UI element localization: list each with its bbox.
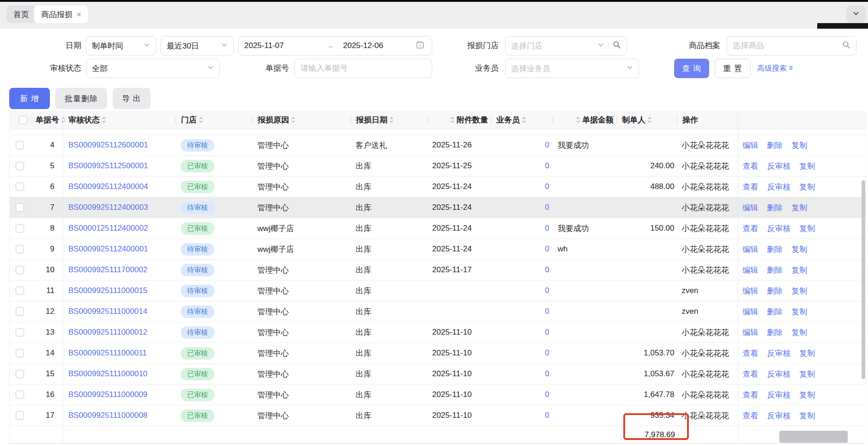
row-action-link[interactable]: 查看 [742,349,758,358]
row-checkbox[interactable] [16,245,24,253]
attachments-count-link[interactable]: 0 [545,411,549,420]
attachments-count-link[interactable]: 0 [545,265,549,274]
row-action-link[interactable]: 删除 [767,307,783,316]
row-action-link[interactable]: 删除 [767,141,783,150]
batch-delete-button[interactable]: 批量删除 [55,88,107,109]
advanced-search-link[interactable]: 高级搜索 [757,59,794,78]
row-action-link[interactable]: 删除 [767,266,783,275]
audit-status-select[interactable]: 全部 [86,59,220,78]
row-checkbox[interactable] [16,141,24,149]
order-number-link[interactable]: BS0009925111000009 [68,390,147,399]
row-action-link[interactable]: 查看 [742,370,758,379]
row-action-link[interactable]: 编辑 [742,307,758,316]
row-action-link[interactable]: 复制 [791,141,807,150]
row-action-link[interactable]: 查看 [742,411,758,420]
row-checkbox[interactable] [16,391,24,399]
product-input[interactable] [733,41,842,50]
attachments-count-link[interactable]: 0 [545,348,549,357]
date-preset-select[interactable]: 最近30日 [161,36,234,55]
row-action-link[interactable]: 反审核 [767,349,790,358]
row-action-link[interactable]: 复制 [799,370,815,379]
tab-home[interactable]: 首页 [6,6,36,23]
row-checkbox[interactable] [16,183,24,191]
attachments-count-link[interactable]: 0 [545,182,549,191]
order-no-input[interactable] [301,64,426,73]
row-checkbox[interactable] [16,411,24,420]
row-checkbox[interactable] [16,370,24,378]
row-action-link[interactable]: 删除 [767,328,783,337]
row-action-link[interactable]: 反审核 [767,162,790,171]
row-action-link[interactable]: 复制 [799,183,815,191]
row-action-link[interactable]: 复制 [791,203,807,212]
row-action-link[interactable]: 复制 [791,266,807,275]
row-action-link[interactable]: 删除 [767,287,783,295]
row-action-link[interactable]: 删除 [767,245,783,254]
start-date-value[interactable]: 2025-11-07 [244,41,317,50]
vertical-scrollbar-thumb[interactable] [862,180,865,379]
row-action-link[interactable]: 编辑 [742,266,758,275]
col-header-salesman[interactable]: 业务员 [491,111,553,129]
row-checkbox[interactable] [16,224,24,232]
row-action-link[interactable]: 查看 [742,224,758,233]
col-header-store[interactable]: 门店 [175,111,252,129]
row-action-link[interactable]: 查看 [742,183,758,191]
attachments-count-link[interactable]: 0 [545,224,549,232]
salesman-select[interactable]: 选择业务员 [505,59,639,78]
col-header-date[interactable]: 报损日期 [350,111,427,129]
order-number-link[interactable]: BS0009925112400004 [68,182,148,191]
row-action-link[interactable]: 复制 [799,349,815,358]
date-type-select[interactable]: 制单时间 [86,36,156,55]
row-action-link[interactable]: 复制 [791,287,807,295]
search-button[interactable]: 查 询 [674,59,709,78]
attachments-count-link[interactable]: 0 [545,141,549,149]
search-icon[interactable] [842,41,850,51]
add-button[interactable]: 新 增 [9,88,50,109]
row-action-link[interactable]: 删除 [767,203,783,212]
col-header-creator[interactable]: 制单人 [616,111,677,129]
attachments-count-link[interactable]: 0 [545,244,549,253]
row-action-link[interactable]: 编辑 [742,245,758,254]
search-icon[interactable] [613,41,621,51]
row-action-link[interactable]: 复制 [791,307,807,316]
attachments-count-link[interactable]: 0 [545,369,549,378]
row-action-link[interactable]: 反审核 [767,370,790,379]
row-checkbox[interactable] [16,203,24,212]
order-number-link[interactable]: BS0000125112400002 [68,224,148,232]
attachments-count-link[interactable]: 0 [545,328,549,336]
row-action-link[interactable]: 编辑 [742,141,758,150]
tab-product-loss[interactable]: 商品报损 × [34,6,88,23]
order-number-link[interactable]: BS0009925112600001 [68,141,148,149]
select-all-checkbox[interactable] [19,116,27,124]
order-number-link[interactable]: BS0009925111000011 [68,348,147,357]
date-range-picker[interactable]: 2025-11-07 → 2025-12-06 [238,36,432,55]
row-checkbox[interactable] [16,287,24,295]
row-action-link[interactable]: 编辑 [742,328,758,337]
attachments-count-link[interactable]: 0 [545,307,549,316]
row-action-link[interactable]: 复制 [799,224,815,233]
row-action-link[interactable]: 复制 [799,162,815,171]
order-number-link[interactable]: BS0009925112400003 [68,203,148,212]
order-number-link[interactable]: BS0009925111000014 [68,307,147,316]
col-header-order_no[interactable]: 单据号 [30,111,63,129]
horizontal-scrollbar-thumb[interactable] [779,431,848,443]
row-action-link[interactable]: 查看 [742,162,758,171]
col-header-status[interactable]: 审核状态 [63,111,175,129]
collapse-tabs-button[interactable] [846,6,866,23]
product-search-input[interactable] [727,36,856,55]
tab-close-icon[interactable]: × [77,11,81,18]
col-header-attachments[interactable]: 附件数量 [427,111,491,129]
row-checkbox[interactable] [16,349,24,357]
row-action-link[interactable]: 编辑 [742,287,758,295]
order-number-link[interactable]: BS0009925111700002 [68,265,147,274]
attachments-count-link[interactable]: 0 [545,390,549,399]
col-header-reason[interactable]: 报损原因 [252,111,350,129]
row-checkbox[interactable] [16,307,24,316]
order-number-link[interactable]: BS0009925111000010 [68,369,147,378]
row-action-link[interactable]: 复制 [791,245,807,254]
row-action-link[interactable]: 复制 [799,391,815,399]
store-select[interactable]: 选择门店 [505,36,627,55]
col-header-amount[interactable]: 单据金额 [553,111,616,129]
order-number-link[interactable]: BS0009925111000012 [68,328,147,336]
row-action-link[interactable]: 反审核 [767,183,790,191]
row-checkbox[interactable] [16,162,24,170]
